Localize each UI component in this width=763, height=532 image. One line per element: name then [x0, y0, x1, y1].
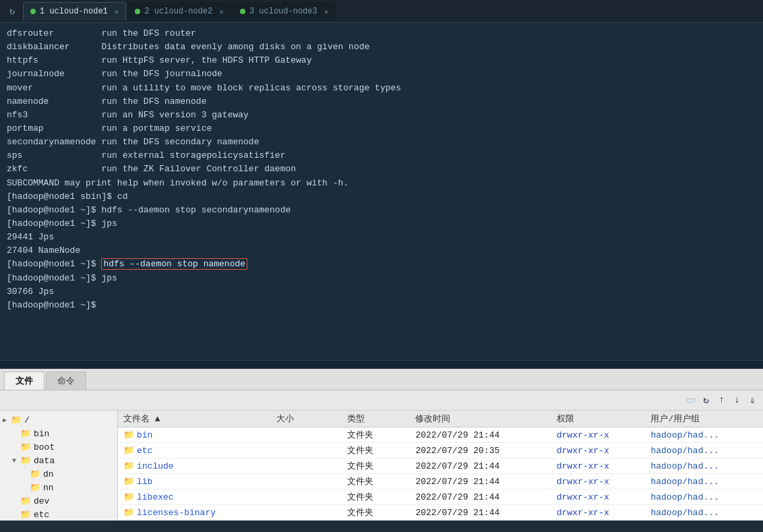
tree-item[interactable]: 📁bin [0, 427, 117, 440]
file-size-cell [271, 459, 342, 474]
file-size-cell [271, 505, 342, 521]
file-name-label: bin [137, 430, 152, 440]
tab-status-dot [30, 9, 36, 14]
table-row[interactable]: 📁etc文件夹2022/07/29 20:35drwxr-xr-xhadoop/… [118, 443, 763, 459]
file-perm-value: drwxr-xr-x [557, 461, 609, 471]
terminal: dfsrouter run the DFS routerdiskbalancer… [0, 23, 763, 360]
tab-close-icon[interactable]: ✕ [219, 7, 224, 16]
fm-column-header-perm[interactable]: 权限 [551, 411, 646, 427]
terminal-prompt: [hadoop@node1 ~]$ [7, 259, 101, 269]
file-size-cell [271, 521, 342, 521]
fm-column-header-user[interactable]: 用户/用户组 [645, 411, 763, 427]
tab-3[interactable]: 3 ucloud-node3✕ [233, 2, 336, 21]
folder-icon: 📁 [11, 415, 22, 425]
fm-toolbar: ↻ ↑ ↓ ⇓ [0, 390, 763, 411]
table-row[interactable]: 📁lib文件夹2022/07/29 21:44drwxr-xr-xhadoop/… [118, 474, 763, 490]
file-type-cell: 文件夹 [342, 443, 410, 459]
fm-column-header-mtime[interactable]: 修改时间 [410, 411, 551, 427]
back-icon[interactable]: ↻ [3, 2, 22, 21]
file-type-icon: 📁 [123, 508, 134, 518]
terminal-line: nfs3 run an NFS version 3 gateway [7, 109, 756, 122]
fm-history-button[interactable] [686, 398, 696, 403]
file-user-value: hadoop/had... [650, 446, 719, 456]
terminal-line: [hadoop@node1 sbin]$ cd [7, 190, 756, 204]
tree-expand-icon: ▼ [12, 457, 20, 465]
terminal-line: [hadoop@node1 ~]$ jps [7, 217, 756, 231]
tree-item[interactable]: ▼📁data [0, 454, 117, 467]
file-perm-value: drwxr-xr-x [557, 477, 609, 487]
folder-icon: 📁 [20, 428, 31, 439]
file-name-label: lib [137, 477, 152, 487]
file-name-cell: 📁libexec [118, 490, 271, 505]
tree-item-label: dn [43, 469, 54, 479]
file-type-cell: 文件夹 [342, 459, 410, 474]
file-user-value: hadoop/had... [650, 492, 719, 502]
fm-up-icon[interactable]: ↑ [716, 394, 727, 406]
tree-item[interactable]: ▶📁/ [0, 413, 117, 427]
file-mtime-cell: 2022/07/29 21:44 [410, 474, 551, 490]
tree-item[interactable]: 📁dn [0, 467, 117, 481]
tab-close-icon[interactable]: ✕ [115, 7, 119, 16]
tree-item[interactable]: 📁boot [0, 440, 117, 454]
file-name-label: include [137, 461, 174, 471]
file-size-cell [271, 474, 342, 490]
tab-close-icon[interactable]: ✕ [324, 7, 329, 16]
tree-item[interactable]: 📁etc [0, 508, 117, 521]
file-type-icon: 📁 [123, 477, 134, 487]
tree-item[interactable]: 📁dev [0, 494, 117, 508]
table-row[interactable]: 📁logs文件夹2023/05/27 11:05drwxrwxr-xhadoop… [118, 521, 763, 521]
table-row[interactable]: 📁licenses-binary文件夹2022/07/29 21:44drwxr… [118, 505, 763, 521]
file-mtime-cell: 2023/05/27 11:05 [410, 521, 551, 521]
tab-2[interactable]: 2 ucloud-node2✕ [127, 2, 231, 21]
table-row[interactable]: 📁libexec文件夹2022/07/29 21:44drwxr-xr-xhad… [118, 490, 763, 505]
file-size-cell [271, 427, 342, 443]
folder-icon: 📁 [30, 482, 40, 493]
file-type-icon: 📁 [123, 430, 134, 440]
file-user-cell: hadoop/had... [645, 521, 763, 521]
folder-icon: 📁 [30, 469, 40, 479]
file-perm-value: drwxr-xr-x [557, 446, 609, 456]
folder-icon: 📁 [20, 455, 31, 466]
fm-column-header-size[interactable]: 大小 [271, 411, 342, 427]
terminal-status [0, 360, 763, 369]
tree-expand-icon: ▶ [3, 416, 11, 424]
new-tab-button[interactable] [340, 3, 357, 20]
terminal-line: sps run external storagepolicysatisfier [7, 149, 756, 162]
fm-upload-icon[interactable]: ⇓ [747, 394, 758, 407]
fm-refresh-icon[interactable]: ↻ [701, 394, 711, 407]
file-type-icon: 📁 [123, 461, 134, 471]
file-name-cell: 📁include [118, 459, 271, 474]
fm-download-icon[interactable]: ↓ [732, 394, 742, 406]
terminal-line: namenode run the DFS namenode [7, 95, 756, 109]
tree-item-label: / [24, 415, 30, 425]
file-perm-cell: drwxr-xr-x [551, 443, 646, 459]
terminal-line: 29441 Jps [7, 231, 756, 244]
table-row[interactable]: 📁include文件夹2022/07/29 21:44drwxr-xr-xhad… [118, 459, 763, 474]
file-type-cell: 文件夹 [342, 521, 410, 521]
tab-1[interactable]: 1 ucloud-node1✕ [23, 2, 126, 21]
file-perm-cell: drwxr-xr-x [551, 474, 646, 490]
tab-bar-left: ↻ 1 ucloud-node1✕2 ucloud-node2✕3 ucloud… [3, 2, 357, 21]
file-mtime-cell: 2022/07/29 21:44 [410, 427, 551, 443]
file-perm-cell: drwxrwxr-x [551, 521, 646, 521]
file-user-value: hadoop/had... [650, 461, 719, 471]
file-perm-value: drwxr-xr-x [557, 430, 609, 440]
folder-icon: 📁 [20, 509, 31, 520]
table-row[interactable]: 📁bin文件夹2022/07/29 21:44drwxr-xr-xhadoop/… [118, 427, 763, 443]
fm-column-header-type[interactable]: 类型 [342, 411, 410, 427]
fm-body: ▶📁/ 📁bin 📁boot▼📁data 📁dn 📁nn 📁dev 📁etc▼📁… [0, 411, 763, 521]
file-mtime-cell: 2022/07/29 20:35 [410, 443, 551, 459]
fm-column-header-name[interactable]: 文件名 ▲ [118, 411, 271, 427]
fm-tab-命令[interactable]: 命令 [46, 372, 86, 390]
tab-status-dot [135, 9, 140, 14]
file-type-cell: 文件夹 [342, 505, 410, 521]
tab-status-dot [240, 9, 245, 14]
terminal-line: secondarynamenode run the DFS secondary … [7, 136, 756, 149]
fm-tab-文件[interactable]: 文件 [4, 372, 44, 390]
file-user-cell: hadoop/had... [645, 427, 763, 443]
file-mtime-cell: 2022/07/29 21:44 [410, 459, 551, 474]
file-user-value: hadoop/had... [650, 508, 719, 518]
file-size-cell [271, 490, 342, 505]
tree-item[interactable]: 📁nn [0, 481, 117, 494]
file-type-cell: 文件夹 [342, 427, 410, 443]
